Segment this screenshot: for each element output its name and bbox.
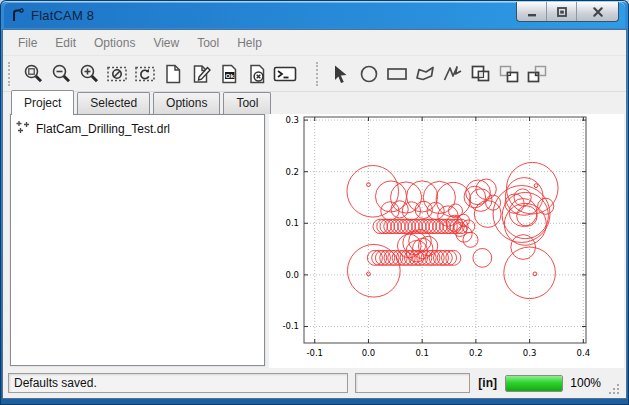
x-tick-label: 0.4 (577, 348, 591, 358)
union-icon (469, 63, 493, 85)
units-label: [in] (477, 376, 498, 390)
menu-item-tool[interactable]: Tool (188, 33, 228, 53)
zoom-out-icon (50, 63, 72, 85)
x-tick-label: 0.3 (523, 348, 537, 358)
draw-polygon-icon (413, 63, 437, 85)
menu-item-view[interactable]: View (144, 33, 188, 53)
maximize-button[interactable] (547, 2, 577, 21)
select-button[interactable] (327, 60, 355, 88)
y-tick-label: 0.1 (285, 218, 299, 228)
close-button[interactable] (577, 2, 618, 21)
toolbar-group-1: Ok (5, 56, 299, 91)
zoom-fit-button[interactable] (19, 60, 47, 88)
replot-icon (134, 63, 156, 85)
status-extra-panel (355, 373, 470, 393)
flatcam-window: FlatCAM 8 FileEditOptionsViewToolHelp Ok… (0, 0, 629, 405)
command-line-icon (273, 63, 297, 85)
zoom-in-button[interactable] (75, 60, 103, 88)
resize-grip[interactable] (608, 382, 621, 395)
progress-bar (505, 375, 563, 392)
draw-polyline-icon (441, 63, 465, 85)
client-area: FileEditOptionsViewToolHelp Ok ProjectSe… (3, 30, 626, 398)
replot-button[interactable] (131, 60, 159, 88)
tab-options[interactable]: Options (153, 92, 220, 114)
draw-polyline-button[interactable] (439, 60, 467, 88)
status-bar: Defaults saved. [in] 100% (3, 368, 626, 398)
draw-circle-icon (358, 63, 380, 85)
y-tick-label: 0.0 (285, 270, 299, 280)
tree-item-drill-object[interactable]: FlatCam_Drilling_Test.drl (11, 115, 264, 137)
y-tick-label: -0.1 (282, 321, 299, 331)
drill-object-icon (16, 120, 30, 137)
svg-text:Ok: Ok (226, 71, 235, 78)
save-ok-icon: Ok (218, 63, 240, 85)
menu-item-help[interactable]: Help (228, 33, 271, 53)
window-controls (516, 2, 619, 22)
y-tick-label: 0.2 (285, 167, 299, 177)
drill-plot: -0.10.00.10.20.30.4-0.10.00.10.20.3 (269, 114, 624, 368)
progress-percent-label: 100% (570, 376, 601, 390)
delete-object-icon (246, 63, 268, 85)
x-tick-label: 0.0 (362, 348, 376, 358)
new-file-button[interactable] (159, 60, 187, 88)
draw-rectangle-button[interactable] (383, 60, 411, 88)
x-tick-label: 0.1 (415, 348, 429, 358)
zoom-fit-icon (22, 63, 44, 85)
new-file-icon (162, 63, 184, 85)
status-message: Defaults saved. (8, 373, 348, 393)
tab-selected[interactable]: Selected (77, 92, 150, 114)
tab-project[interactable]: Project (11, 90, 74, 115)
delete-object-button[interactable] (243, 60, 271, 88)
x-tick-label: -0.1 (306, 348, 323, 358)
union-button[interactable] (467, 60, 495, 88)
clear-plot-button[interactable] (103, 60, 131, 88)
toolbar: Ok (3, 56, 626, 92)
titlebar[interactable]: FlatCAM 8 (4, 2, 625, 28)
open-file-icon (190, 63, 212, 85)
toolbar-grip[interactable] (316, 62, 321, 86)
window-title: FlatCAM 8 (31, 8, 94, 23)
intersection-button[interactable] (495, 60, 523, 88)
tab-bar: ProjectSelectedOptionsTool (3, 92, 626, 114)
intersection-icon (497, 63, 521, 85)
draw-rectangle-icon (385, 63, 409, 85)
menu-item-edit[interactable]: Edit (46, 33, 85, 53)
menu-item-file[interactable]: File (9, 33, 46, 53)
tab-tool[interactable]: Tool (223, 92, 271, 114)
subtraction-button[interactable] (523, 60, 551, 88)
tree-item-label: FlatCam_Drilling_Test.drl (36, 122, 170, 136)
main-area: FlatCam_Drilling_Test.drl -0.10.00.10.20… (3, 114, 626, 370)
project-tree-panel[interactable]: FlatCam_Drilling_Test.drl (10, 114, 265, 366)
zoom-in-icon (78, 63, 100, 85)
command-line-button[interactable] (271, 60, 299, 88)
plot-canvas[interactable]: -0.10.00.10.20.30.4-0.10.00.10.20.3 (269, 114, 624, 368)
minimize-button[interactable] (517, 2, 547, 21)
toolbar-grip[interactable] (8, 62, 13, 86)
clear-plot-icon (106, 63, 128, 85)
figure-background (269, 114, 624, 368)
x-tick-label: 0.2 (469, 348, 483, 358)
screen: FlatCAM 8 FileEditOptionsViewToolHelp Ok… (0, 0, 629, 405)
menubar: FileEditOptionsViewToolHelp (3, 30, 626, 56)
flatcam-logo-icon (10, 7, 26, 23)
draw-circle-button[interactable] (355, 60, 383, 88)
subtraction-icon (525, 63, 549, 85)
y-tick-label: 0.3 (285, 115, 299, 125)
draw-polygon-button[interactable] (411, 60, 439, 88)
select-icon (330, 63, 352, 85)
menu-item-options[interactable]: Options (85, 33, 144, 53)
toolbar-group-2 (313, 56, 551, 91)
save-ok-button[interactable]: Ok (215, 60, 243, 88)
zoom-out-button[interactable] (47, 60, 75, 88)
progress-fill (506, 376, 562, 391)
open-file-button[interactable] (187, 60, 215, 88)
